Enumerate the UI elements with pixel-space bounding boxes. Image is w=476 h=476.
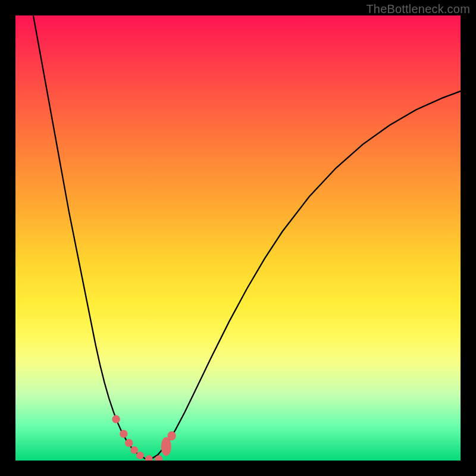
- data-marker: [145, 455, 153, 461]
- chart-svg: [15, 15, 461, 461]
- data-marker: [112, 415, 120, 423]
- chart-frame: TheBottleneck.com: [0, 0, 476, 476]
- curve-left: [33, 15, 149, 461]
- data-marker: [130, 446, 138, 454]
- data-marker: [167, 431, 176, 441]
- plot-area: [15, 15, 461, 461]
- watermark-text: TheBottleneck.com: [366, 2, 470, 16]
- data-marker: [136, 452, 144, 459]
- marker-group: [112, 415, 176, 461]
- data-marker: [161, 437, 171, 456]
- data-marker: [125, 439, 133, 447]
- curve-right: [149, 91, 461, 460]
- data-marker: [120, 430, 127, 437]
